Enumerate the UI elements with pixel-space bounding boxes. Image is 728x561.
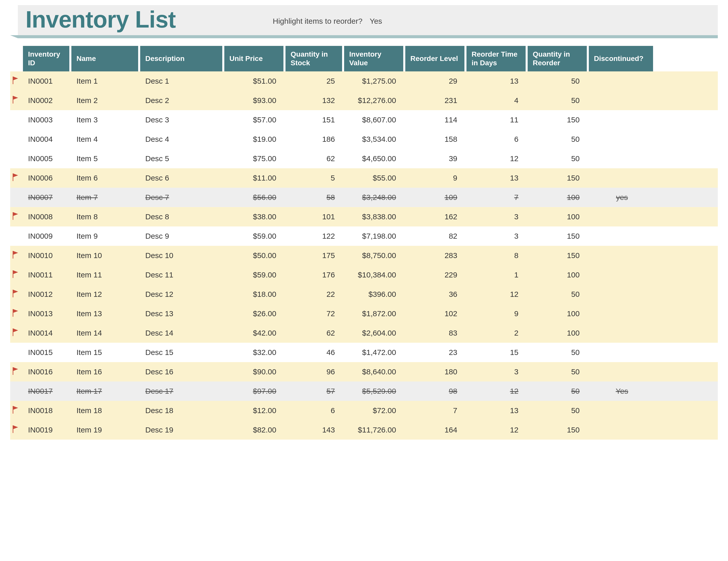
cell-inventory-value: $4,650.00 bbox=[344, 154, 405, 163]
cell-reorder-days: 2 bbox=[466, 329, 528, 337]
cell-reorder-level: 9 bbox=[405, 174, 466, 182]
cell-qty-stock: 122 bbox=[285, 232, 344, 240]
flag-icon bbox=[10, 76, 23, 87]
cell-name: Item 5 bbox=[71, 154, 140, 163]
table-row[interactable]: IN0015Item 15Desc 15$32.0046$1,472.00231… bbox=[10, 343, 718, 362]
cell-reorder-days: 1 bbox=[466, 270, 528, 279]
table-row[interactable]: IN0005Item 5Desc 5$75.0062$4,650.0039125… bbox=[10, 149, 718, 168]
col-inventory-id[interactable]: Inventory ID bbox=[23, 46, 71, 71]
cell-qty-reorder: 100 bbox=[528, 270, 589, 279]
table-row[interactable]: IN0008Item 8Desc 8$38.00101$3,838.001623… bbox=[10, 207, 718, 226]
table-row[interactable]: IN0010Item 10Desc 10$50.00175$8,750.0028… bbox=[10, 246, 718, 265]
flag-icon bbox=[10, 173, 23, 183]
table-row[interactable]: IN0006Item 6Desc 6$11.005$55.00913150 bbox=[10, 168, 718, 188]
cell-inventory-id: IN0012 bbox=[23, 290, 71, 299]
table-row[interactable]: IN0007Item 7Desc 7$56.0058$3,248.0010971… bbox=[10, 188, 718, 207]
cell-unit-price: $90.00 bbox=[224, 368, 285, 376]
table-row[interactable]: IN0009Item 9Desc 9$59.00122$7,198.008231… bbox=[10, 226, 718, 246]
table-row[interactable]: IN0003Item 3Desc 3$57.00151$8,607.001141… bbox=[10, 110, 718, 129]
table-row[interactable]: IN0002Item 2Desc 2$93.00132$12,276.00231… bbox=[10, 91, 718, 110]
table-row[interactable]: IN0004Item 4Desc 4$19.00186$3,534.001586… bbox=[10, 129, 718, 149]
cell-description: Desc 7 bbox=[140, 193, 224, 202]
cell-qty-reorder: 50 bbox=[528, 406, 589, 415]
cell-inventory-id: IN0019 bbox=[23, 426, 71, 434]
cell-inventory-value: $3,248.00 bbox=[344, 193, 405, 202]
table-row[interactable]: IN0013Item 13Desc 13$26.0072$1,872.00102… bbox=[10, 304, 718, 323]
cell-qty-stock: 175 bbox=[285, 251, 344, 260]
cell-qty-stock: 57 bbox=[285, 387, 344, 396]
cell-inventory-value: $1,472.00 bbox=[344, 348, 405, 357]
page-title: Inventory List bbox=[25, 6, 176, 33]
cell-description: Desc 6 bbox=[140, 174, 224, 182]
cell-name: Item 13 bbox=[71, 309, 140, 318]
cell-unit-price: $59.00 bbox=[224, 232, 285, 240]
cell-description: Desc 5 bbox=[140, 154, 224, 163]
cell-reorder-level: 164 bbox=[405, 426, 466, 434]
inventory-table: Inventory ID Name Description Unit Price… bbox=[10, 46, 718, 440]
cell-description: Desc 11 bbox=[140, 270, 224, 279]
cell-description: Desc 17 bbox=[140, 387, 224, 396]
cell-qty-stock: 6 bbox=[285, 406, 344, 415]
cell-reorder-days: 4 bbox=[466, 96, 528, 105]
flag-icon bbox=[10, 289, 23, 300]
cell-unit-price: $97.00 bbox=[224, 387, 285, 396]
table-row[interactable]: IN0018Item 18Desc 18$12.006$72.0071350 bbox=[10, 401, 718, 420]
col-qty-reorder[interactable]: Quantity in Reorder bbox=[528, 46, 589, 71]
table-row[interactable]: IN0012Item 12Desc 12$18.0022$396.0036125… bbox=[10, 285, 718, 304]
highlight-setting: Highlight items to reorder? Yes bbox=[273, 17, 382, 25]
table-row[interactable]: IN0016Item 16Desc 16$90.0096$8,640.00180… bbox=[10, 362, 718, 382]
cell-reorder-level: 82 bbox=[405, 232, 466, 240]
cell-name: Item 15 bbox=[71, 348, 140, 357]
cell-discontinued: Yes bbox=[589, 387, 655, 396]
table-row[interactable]: IN0011Item 11Desc 11$59.00176$10,384.002… bbox=[10, 265, 718, 285]
cell-qty-reorder: 100 bbox=[528, 329, 589, 337]
cell-inventory-id: IN0014 bbox=[23, 329, 71, 337]
cell-qty-stock: 186 bbox=[285, 135, 344, 143]
cell-reorder-days: 13 bbox=[466, 77, 528, 85]
cell-name: Item 17 bbox=[71, 387, 140, 396]
cell-qty-reorder: 150 bbox=[528, 251, 589, 260]
col-unit-price[interactable]: Unit Price bbox=[224, 46, 285, 71]
cell-unit-price: $32.00 bbox=[224, 348, 285, 357]
cell-name: Item 9 bbox=[71, 232, 140, 240]
table-row[interactable]: IN0014Item 14Desc 14$42.0062$2,604.00832… bbox=[10, 323, 718, 343]
cell-description: Desc 19 bbox=[140, 426, 224, 434]
cell-reorder-days: 8 bbox=[466, 251, 528, 260]
cell-inventory-value: $8,750.00 bbox=[344, 251, 405, 260]
col-reorder-days[interactable]: Reorder Time in Days bbox=[466, 46, 528, 71]
col-inventory-value[interactable]: Inventory Value bbox=[344, 46, 405, 71]
table-row[interactable]: IN0019Item 19Desc 19$82.00143$11,726.001… bbox=[10, 420, 718, 440]
table-row[interactable]: IN0001Item 1Desc 1$51.0025$1,275.0029135… bbox=[10, 71, 718, 91]
cell-description: Desc 14 bbox=[140, 329, 224, 337]
cell-qty-stock: 72 bbox=[285, 309, 344, 318]
cell-inventory-value: $72.00 bbox=[344, 406, 405, 415]
cell-unit-price: $57.00 bbox=[224, 115, 285, 124]
col-discontinued[interactable]: Discontinued? bbox=[589, 46, 655, 71]
cell-inventory-id: IN0006 bbox=[23, 174, 71, 182]
cell-reorder-days: 15 bbox=[466, 348, 528, 357]
cell-unit-price: $51.00 bbox=[224, 77, 285, 85]
cell-reorder-level: 23 bbox=[405, 348, 466, 357]
cell-inventory-value: $8,607.00 bbox=[344, 115, 405, 124]
table-row[interactable]: IN0017Item 17Desc 17$97.0057$5,529.00981… bbox=[10, 382, 718, 401]
cell-qty-stock: 5 bbox=[285, 174, 344, 182]
col-qty-stock[interactable]: Quantity in Stock bbox=[285, 46, 344, 71]
cell-name: Item 4 bbox=[71, 135, 140, 143]
cell-inventory-value: $55.00 bbox=[344, 174, 405, 182]
cell-reorder-days: 3 bbox=[466, 232, 528, 240]
cell-qty-stock: 143 bbox=[285, 426, 344, 434]
cell-reorder-level: 231 bbox=[405, 96, 466, 105]
col-reorder-level[interactable]: Reorder Level bbox=[405, 46, 466, 71]
col-description[interactable]: Description bbox=[140, 46, 224, 71]
col-name[interactable]: Name bbox=[71, 46, 140, 71]
cell-inventory-value: $8,640.00 bbox=[344, 368, 405, 376]
flag-icon bbox=[10, 269, 23, 280]
cell-inventory-value: $12,276.00 bbox=[344, 96, 405, 105]
cell-reorder-days: 9 bbox=[466, 309, 528, 318]
cell-reorder-level: 7 bbox=[405, 406, 466, 415]
cell-qty-stock: 25 bbox=[285, 77, 344, 85]
cell-qty-reorder: 150 bbox=[528, 232, 589, 240]
cell-description: Desc 16 bbox=[140, 368, 224, 376]
cell-inventory-id: IN0010 bbox=[23, 251, 71, 260]
cell-reorder-days: 11 bbox=[466, 115, 528, 124]
